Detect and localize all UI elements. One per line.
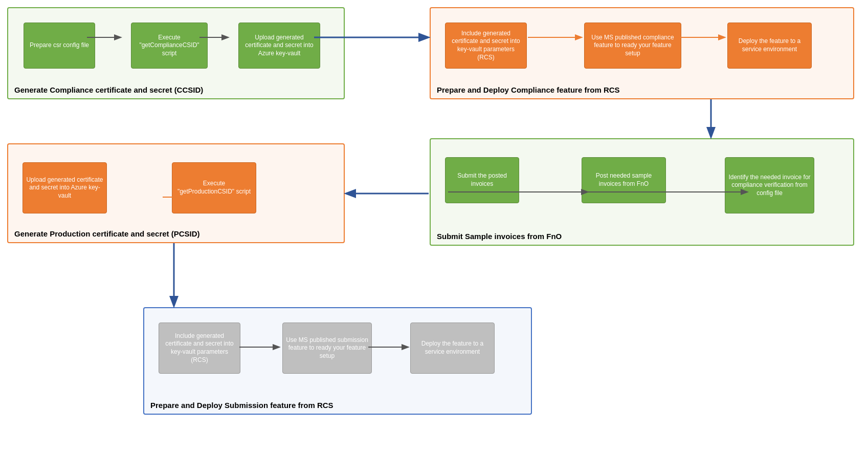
- node-ccsid2: Execute "getComplianceCSID" script: [131, 23, 208, 69]
- diagram-container: Generate Compliance certificate and secr…: [0, 0, 868, 472]
- group-rcs-compliance-label: Prepare and Deploy Compliance feature fr…: [437, 85, 620, 94]
- node-rcs1: Include generated certificate and secret…: [445, 23, 527, 69]
- group-submit-label: Submit Sample invoices from FnO: [437, 232, 562, 241]
- group-ccsid-label: Generate Compliance certificate and secr…: [14, 85, 203, 94]
- node-pc2: Execute "getProductionCSID" script: [172, 162, 256, 213]
- group-rcs-submission: Prepare and Deploy Submission feature fr…: [143, 307, 532, 415]
- node-sub3: Identify the needed invoice for complian…: [725, 157, 814, 213]
- group-pcsid: Generate Production certificate and secr…: [7, 143, 345, 243]
- node-rcs3: Deploy the feature to a service environm…: [727, 23, 812, 69]
- node-rs1: Include generated certificate and secret…: [159, 323, 240, 374]
- node-sub1: Submit the posted invoices: [445, 157, 519, 203]
- group-ccsid: Generate Compliance certificate and secr…: [7, 7, 345, 99]
- node-ccsid3: Upload generated certificate and secret …: [238, 23, 320, 69]
- node-rs3: Deploy the feature to a service environm…: [410, 323, 495, 374]
- node-ccsid1: Prepare csr config file: [24, 23, 95, 69]
- node-pc1: Upload generated certificate and secret …: [23, 162, 107, 213]
- node-sub2: Post needed sample invoices from FnO: [582, 157, 666, 203]
- group-submit: Submit Sample invoices from FnO Submit t…: [430, 138, 854, 246]
- node-rcs2: Use MS published compliance feature to r…: [584, 23, 681, 69]
- group-rcs-submission-label: Prepare and Deploy Submission feature fr…: [150, 401, 333, 410]
- group-pcsid-label: Generate Production certificate and secr…: [14, 229, 200, 238]
- node-rs2: Use MS published submission feature to r…: [282, 323, 372, 374]
- group-rcs-compliance: Prepare and Deploy Compliance feature fr…: [430, 7, 854, 99]
